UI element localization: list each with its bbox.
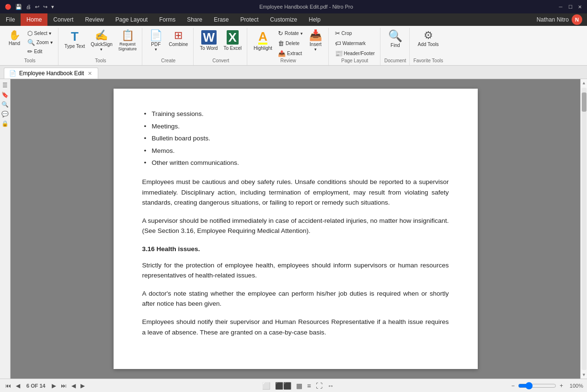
select-arrow: ▾	[49, 31, 51, 36]
zoom-slider[interactable]	[518, 382, 556, 390]
watermark-label: Watermark	[343, 41, 366, 46]
request-sig-label2: Signature	[118, 46, 137, 51]
menu-protect[interactable]: Protect	[235, 13, 265, 26]
scroll-up-btn[interactable]: ▲	[580, 79, 587, 87]
document-tab[interactable]: 📄 Employee Handbook Edit ✕	[4, 68, 98, 79]
review-label: Review	[280, 58, 296, 64]
hand-button[interactable]: ✋ Hand	[5, 29, 24, 47]
pdf-label: PDF	[151, 42, 161, 47]
to-excel-label: To Excel	[223, 46, 242, 51]
minimize-btn[interactable]: ─	[557, 3, 564, 10]
rotate-button[interactable]: ↻ Rotate ▾	[276, 29, 305, 38]
spread-view-btn[interactable]: ▦	[295, 381, 304, 391]
fit-page-btn[interactable]: ⛶	[314, 381, 324, 391]
last-page-btn[interactable]: ⏭	[59, 382, 68, 389]
sidebar-tool-pages[interactable]: ☰	[1, 81, 10, 90]
menu-forms[interactable]: Forms	[153, 13, 181, 26]
print-qa-btn[interactable]: 🖨	[25, 4, 32, 10]
sidebar-tool-search[interactable]: 🔍	[1, 100, 10, 109]
menu-help[interactable]: Help	[303, 13, 326, 26]
sidebar-tool-comments[interactable]: 💬	[1, 110, 10, 118]
menu-home[interactable]: Home	[21, 13, 47, 26]
select-button[interactable]: ⬡ Select ▾	[25, 29, 55, 38]
insert-button[interactable]: 📥 Insert ▾	[306, 29, 325, 53]
document-buttons: 🔍 Find	[386, 29, 405, 58]
paragraph-1: Employees must be cautious and obey safe…	[142, 177, 449, 208]
edit-label: Edit	[34, 49, 42, 54]
tab-pdf-icon: 📄	[9, 70, 16, 77]
highlight-button[interactable]: A Highlight	[251, 29, 275, 52]
sidebar-tool-bookmarks[interactable]: 🔖	[1, 91, 10, 99]
prev-view-btn[interactable]: ◀	[70, 382, 77, 389]
tab-filename: Employee Handbook Edit	[19, 70, 84, 77]
page-info: 6 OF 14	[23, 383, 48, 389]
ribbon-group-page-layout: ✂ Crop 🏷 Watermark 📰 Header/Footer Page …	[330, 28, 380, 65]
quicksign-button[interactable]: ✍ QuickSign ▾	[88, 29, 115, 53]
insert-icon: 📥	[309, 30, 322, 41]
ribbon-group-tools2: T Type Text ✍ QuickSign ▾ 📋 Request Sign…	[59, 28, 143, 65]
combine-button[interactable]: ⊞ Combine	[166, 29, 190, 48]
find-label: Find	[391, 43, 400, 48]
first-page-btn[interactable]: ⏮	[4, 382, 12, 389]
watermark-button[interactable]: 🏷 Watermark	[333, 39, 377, 48]
to-word-button[interactable]: W To Word	[197, 29, 220, 52]
maximize-btn[interactable]: ☐	[567, 3, 574, 10]
single-page-view-btn[interactable]: ⬜	[261, 381, 272, 391]
prev-page-btn[interactable]: ◀	[14, 382, 22, 389]
list-item: Other written communications.	[152, 157, 449, 169]
insert-label: Insert	[310, 42, 322, 47]
edit-button[interactable]: ✏ Edit	[25, 47, 55, 56]
pdf-page: Training sessions. Meetings. Bulletin bo…	[114, 89, 478, 369]
quick-access-toolbar: 🔴 💾 🖨 ↩ ↪ ▾	[4, 4, 55, 10]
menu-page-layout[interactable]: Page Layout	[110, 13, 153, 26]
find-button[interactable]: 🔍 Find	[386, 29, 405, 49]
page-layout-buttons: ✂ Crop 🏷 Watermark 📰 Header/Footer	[333, 29, 377, 58]
crop-icon: ✂	[335, 30, 340, 37]
scroll-view-btn[interactable]: ≡	[306, 381, 312, 391]
menu-review[interactable]: Review	[79, 13, 109, 26]
menu-convert[interactable]: Convert	[47, 13, 79, 26]
arrow-qa-btn[interactable]: ▾	[50, 4, 55, 10]
save-qa-btn[interactable]: 💾	[14, 4, 23, 10]
zoom-out-btn[interactable]: −	[510, 382, 516, 389]
type-text-button[interactable]: T Type Text	[62, 29, 88, 50]
to-excel-button[interactable]: X To Excel	[221, 29, 244, 52]
sidebar-tool-security[interactable]: 🔒	[1, 119, 10, 128]
tools2-label: Tools	[95, 58, 106, 64]
paragraph-4: A doctor's note stating whether the empl…	[142, 288, 449, 309]
scroll-down-btn[interactable]: ▼	[580, 371, 587, 379]
extract-button[interactable]: 📤 Extract	[276, 49, 305, 58]
tab-close-btn[interactable]: ✕	[87, 70, 93, 77]
ribbon: ✋ Hand ⬡ Select ▾ 🔍 Zoom ▾ ✏	[0, 26, 587, 66]
header-footer-button[interactable]: 📰 Header/Footer	[333, 49, 377, 58]
add-tools-button[interactable]: ⚙ Add Tools	[415, 29, 441, 48]
two-page-view-btn[interactable]: ⬛⬛	[274, 381, 293, 391]
close-btn[interactable]: ✕	[576, 3, 583, 10]
menu-customize[interactable]: Customize	[265, 13, 303, 26]
zoom-button[interactable]: 🔍 Zoom ▾	[25, 38, 55, 47]
menu-erase[interactable]: Erase	[208, 13, 234, 26]
rotate-arrow: ▾	[300, 31, 303, 36]
crop-button[interactable]: ✂ Crop	[333, 29, 377, 38]
extract-label: Extract	[287, 51, 302, 56]
menu-share[interactable]: Share	[181, 13, 208, 26]
undo-qa-btn[interactable]: ↩	[34, 4, 40, 10]
request-sig-button[interactable]: 📋 Request Signature	[116, 29, 139, 53]
paragraph-2: A supervisor should be notified immediat…	[142, 216, 449, 236]
scroll-track[interactable]	[582, 88, 587, 370]
request-sig-label: Request	[119, 42, 136, 46]
pdf-button[interactable]: 📄 PDF ▾	[146, 29, 165, 53]
ribbon-group-document: 🔍 Find Document	[381, 28, 410, 65]
add-tools-icon: ⚙	[424, 30, 433, 41]
next-page-btn[interactable]: ▶	[50, 382, 58, 389]
delete-button[interactable]: 🗑 Delete	[276, 39, 305, 48]
scroll-thumb	[582, 92, 587, 112]
header-footer-label: Header/Footer	[344, 51, 375, 56]
menu-file[interactable]: File	[0, 13, 21, 26]
redo-qa-btn[interactable]: ↪	[42, 4, 48, 10]
convert-buttons: W To Word X To Excel	[197, 29, 244, 58]
fit-width-btn[interactable]: ↔	[326, 381, 335, 391]
zoom-in-btn[interactable]: +	[558, 382, 564, 389]
insert-arrow: ▾	[314, 47, 317, 52]
next-view-btn[interactable]: ▶	[79, 382, 86, 389]
